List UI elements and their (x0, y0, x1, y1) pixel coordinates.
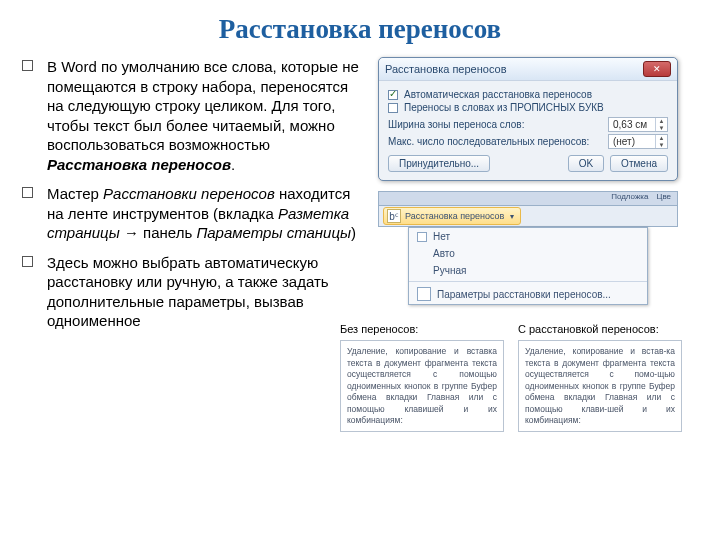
sample-comparison: Без переносов: Удаление, копирование и в… (340, 323, 682, 432)
bullet-2: Мастер Расстановки переносов находится н… (22, 184, 362, 243)
ok-button[interactable]: OK (568, 155, 604, 172)
label-zone: Ширина зоны переноса слов: (388, 119, 524, 130)
bullet-1: В Word по умолчанию все слова, которые н… (22, 57, 362, 174)
dd-item-none[interactable]: Нет (409, 228, 647, 245)
hyphenation-icon: bᶜ (387, 209, 401, 223)
ribbon-tabs: Подложка Цве (378, 191, 678, 205)
main-content: В Word по умолчанию все слова, которые н… (0, 57, 720, 432)
illustration-column: Расстановка переносов ✕ Автоматическая р… (372, 57, 682, 432)
hyphenation-dialog: Расстановка переносов ✕ Автоматическая р… (378, 57, 678, 181)
bullet-2-text: Мастер Расстановки переносов находится н… (47, 184, 362, 243)
hyphenation-dropdown: Нет Авто Ручная Параметры расстановки пе… (408, 227, 648, 305)
dialog-body: Автоматическая расстановка переносов Пер… (379, 81, 677, 180)
dialog-titlebar: Расстановка переносов ✕ (379, 58, 677, 81)
dd-item-manual[interactable]: Ручная (409, 262, 647, 279)
dialog-title: Расстановка переносов (385, 63, 506, 75)
bullet-marker-icon (22, 187, 33, 198)
sample-with-label: С расстановкой переносов: (518, 323, 682, 336)
spinner-arrows-icon[interactable]: ▲▼ (655, 118, 667, 131)
chevron-down-icon: ▾ (510, 212, 514, 221)
hyphenation-button[interactable]: bᶜ Расстановка переносов ▾ (383, 207, 521, 225)
max-consecutive-input[interactable]: (нет) ▲▼ (608, 134, 668, 149)
separator (409, 281, 647, 282)
spinner-arrows-icon[interactable]: ▲▼ (655, 135, 667, 148)
checkbox-caps-hyphenation[interactable] (388, 103, 398, 113)
tab-watermark[interactable]: Подложка (611, 192, 648, 205)
sample-without: Без переносов: Удаление, копирование и в… (340, 323, 504, 432)
checkbox-auto-hyphenation[interactable] (388, 90, 398, 100)
label-max: Макс. число последовательных переносов: (388, 136, 589, 147)
bullet-3-text: Здесь можно выбрать автоматическую расст… (47, 253, 362, 331)
sample-with: С расстановкой переносов: Удаление, копи… (518, 323, 682, 432)
force-button[interactable]: Принудительно... (388, 155, 490, 172)
label-caps: Переносы в словах из ПРОПИСНЫХ БУКВ (404, 102, 604, 113)
sample-with-text: Удаление, копирование и встав-ка текста … (518, 340, 682, 432)
tab-color[interactable]: Цве (656, 192, 671, 205)
bullet-1-text: В Word по умолчанию все слова, которые н… (47, 57, 362, 174)
ribbon-screenshot: Подложка Цве bᶜ Расстановка переносов ▾ … (378, 191, 678, 305)
zone-width-input[interactable]: 0,63 см ▲▼ (608, 117, 668, 132)
bullet-marker-icon (22, 256, 33, 267)
page-title: Расстановка переносов (0, 0, 720, 57)
close-icon[interactable]: ✕ (643, 61, 671, 77)
cancel-button[interactable]: Отмена (610, 155, 668, 172)
sample-without-label: Без переносов: (340, 323, 504, 336)
label-auto: Автоматическая расстановка переносов (404, 89, 592, 100)
text-column: В Word по умолчанию все слова, которые н… (22, 57, 362, 432)
bullet-marker-icon (22, 60, 33, 71)
dd-item-options[interactable]: Параметры расстановки переносов... (409, 284, 647, 304)
checkbox-icon (417, 232, 427, 242)
dd-item-auto[interactable]: Авто (409, 245, 647, 262)
sample-without-text: Удаление, копирование и вставка текста в… (340, 340, 504, 432)
bullet-3: Здесь можно выбрать автоматическую расст… (22, 253, 362, 331)
